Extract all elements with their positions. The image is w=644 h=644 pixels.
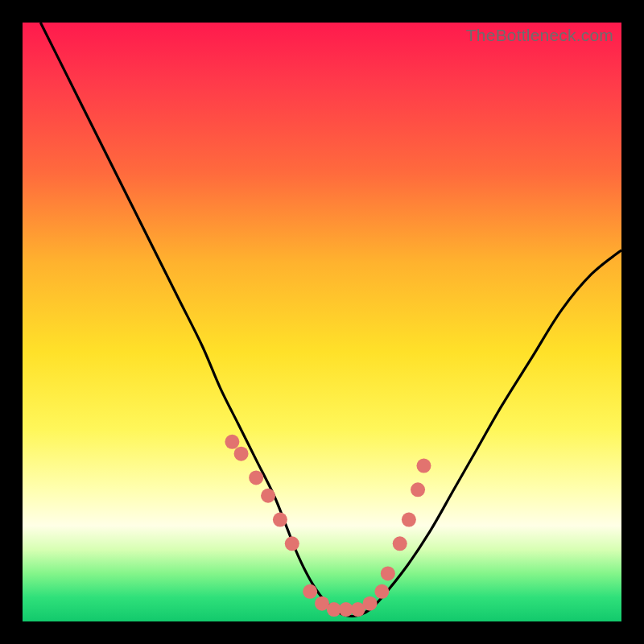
marker-dot: [416, 459, 431, 473]
marker-dot: [402, 513, 416, 527]
marker-dot: [374, 584, 389, 599]
marker-dot: [249, 470, 263, 485]
marker-dot: [225, 435, 239, 449]
marker-dot: [234, 447, 249, 461]
chart-frame: TheBottleneck.com: [0, 0, 644, 644]
marker-dot: [411, 482, 425, 497]
plot-area: TheBottleneck.com: [23, 23, 621, 621]
marker-dot: [339, 602, 353, 617]
marker-dot: [315, 597, 329, 611]
marker-dot: [381, 566, 395, 580]
watermark-label: TheBottleneck.com: [466, 26, 613, 45]
marker-dot: [303, 584, 317, 599]
marker-dot: [261, 489, 275, 503]
marker-dot: [273, 513, 287, 527]
markers-group: [225, 435, 431, 617]
marker-dot: [363, 597, 378, 611]
bottleneck-curve: [40, 23, 621, 617]
marker-dot: [351, 602, 365, 617]
marker-dot: [285, 536, 299, 551]
marker-dot: [327, 602, 341, 617]
marker-dot: [393, 536, 407, 551]
curve-svg: [23, 23, 621, 621]
